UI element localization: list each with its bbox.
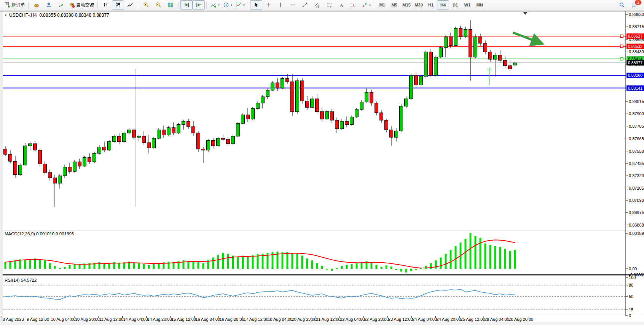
tf-m5-label: M5 <box>391 3 397 7</box>
arrows-button[interactable]: ▾ <box>360 0 372 10</box>
community-icon <box>46 2 52 8</box>
svg-text:0.88532: 0.88532 <box>628 44 642 49</box>
tf-m15-button[interactable]: M15 <box>400 0 413 10</box>
svg-text:22 Aug 04:00: 22 Aug 04:00 <box>340 317 365 322</box>
bar-chart-icon <box>103 2 109 8</box>
toolbar-group <box>140 0 177 10</box>
auto-scroll-icon <box>183 2 190 8</box>
signals-button[interactable] <box>55 0 67 10</box>
svg-text:80: 80 <box>629 283 633 287</box>
svg-text:9 Aug 12:00: 9 Aug 12:00 <box>27 317 49 322</box>
dropdown-arrow-icon[interactable]: ▾ <box>369 3 371 7</box>
periods-button[interactable]: ▾ <box>221 0 234 10</box>
svg-text:28 Aug 04:00: 28 Aug 04:00 <box>485 317 509 322</box>
label-button[interactable]: T <box>348 0 360 10</box>
text-button[interactable]: A <box>335 0 348 10</box>
autotrading-label: 自动交易 <box>76 2 94 8</box>
svg-text:0.88715: 0.88715 <box>629 24 644 29</box>
price-level-label: 0.88260 <box>626 73 644 78</box>
svg-text:A: A <box>340 3 343 8</box>
svg-text:14 Aug 04:00: 14 Aug 04:00 <box>123 317 148 322</box>
dropdown-arrow-icon[interactable]: ▾ <box>218 3 220 7</box>
community-button[interactable] <box>43 0 55 10</box>
tf-h1-button[interactable]: H1 <box>425 0 437 10</box>
svg-text:15 Aug 12:00: 15 Aug 12:00 <box>171 317 196 322</box>
svg-text:15: 15 <box>629 308 633 312</box>
chart-left-margin <box>0 11 3 322</box>
svg-text:50: 50 <box>629 294 633 299</box>
line-chart-button[interactable] <box>124 0 136 10</box>
tf-m30-button[interactable]: M30 <box>413 0 425 10</box>
new-order-label: 新订单 <box>11 2 25 8</box>
autotrading-icon <box>69 2 75 8</box>
svg-text:14 Aug 20:00: 14 Aug 20:00 <box>147 317 172 322</box>
chart-ohlc-readout: 0.88355 0.88388 0.88348 0.88377 <box>39 13 109 18</box>
toolbar-separator <box>178 2 179 9</box>
chart-canvas[interactable]: 0.888300.887150.885950.884800.883600.882… <box>0 11 644 322</box>
tf-w1-button[interactable]: W1 <box>461 0 473 10</box>
svg-text:0.87320: 0.87320 <box>629 173 644 178</box>
crosshair-button[interactable] <box>262 0 274 10</box>
gold-ornament-button[interactable] <box>30 0 43 10</box>
search-button[interactable] <box>616 0 628 10</box>
bar-chart-button[interactable] <box>100 0 112 10</box>
toolbar-separator <box>206 2 207 9</box>
candlestick-chart-button[interactable] <box>112 0 124 10</box>
tf-m1-button[interactable]: M1 <box>376 0 388 10</box>
level-endpoint-marker[interactable] <box>620 35 623 38</box>
svg-text:23 Aug 12:00: 23 Aug 12:00 <box>388 317 413 322</box>
autotrading-button[interactable]: 自动交易 <box>67 0 96 10</box>
svg-text:0.00: 0.00 <box>629 266 637 271</box>
notification-badge: 1 <box>634 0 642 5</box>
chart-shift-button[interactable] <box>193 0 205 10</box>
gold-ornament-icon <box>33 2 40 8</box>
arrows-icon <box>361 2 368 8</box>
channel-button[interactable]: E <box>311 0 323 10</box>
tile-windows-icon <box>167 2 174 8</box>
auto-scroll-button[interactable] <box>180 0 193 10</box>
horizontal-line-button[interactable] <box>287 0 299 10</box>
price-level-label: 0.88377 <box>626 60 644 65</box>
level-endpoint-marker[interactable] <box>620 45 623 48</box>
svg-text:0.88830: 0.88830 <box>629 12 644 17</box>
toolbar-separator <box>374 2 375 9</box>
vertical-line-button[interactable] <box>274 0 287 10</box>
chat-button[interactable]: 1 <box>628 0 640 10</box>
trendline-icon <box>302 2 308 8</box>
tf-m5-button[interactable]: M5 <box>388 0 400 10</box>
tf-h4-button[interactable]: H4 <box>437 0 449 10</box>
price-level-label: 0.88627 <box>626 33 644 39</box>
tile-windows-button[interactable] <box>164 0 177 10</box>
zoom-out-icon <box>155 2 162 8</box>
cursor-button[interactable] <box>250 0 262 10</box>
templates-icon <box>235 2 242 8</box>
svg-text:0.00189: 0.00189 <box>629 231 644 236</box>
svg-text:0.87205: 0.87205 <box>629 186 644 190</box>
chart-window[interactable]: 0.888300.887150.885950.884800.883600.882… <box>0 11 644 322</box>
indicators-button[interactable]: ▾ <box>209 0 221 10</box>
tf-m15-label: M15 <box>402 3 410 7</box>
svg-text:E: E <box>318 6 320 8</box>
tf-d1-button[interactable]: D1 <box>449 0 461 10</box>
svg-text:0.86860: 0.86860 <box>629 223 644 227</box>
fibonacci-button[interactable]: F <box>323 0 335 10</box>
crosshair-icon <box>265 2 272 8</box>
dropdown-arrow-icon[interactable]: ▾ <box>243 3 245 7</box>
templates-button[interactable]: ▾ <box>234 0 246 10</box>
zoom-in-button[interactable] <box>140 0 152 10</box>
level-endpoint-marker[interactable] <box>620 57 623 60</box>
dropdown-arrow-icon[interactable]: ▾ <box>231 3 232 7</box>
chart-window-top-border <box>0 11 644 11</box>
chart-context-arrow-icon[interactable]: ▼ <box>4 14 7 17</box>
trendline-button[interactable] <box>299 0 311 10</box>
zoom-out-button[interactable] <box>152 0 164 10</box>
svg-text:0: 0 <box>629 313 631 318</box>
svg-text:21 Aug 12:00: 21 Aug 12:00 <box>316 317 341 322</box>
periods-icon <box>223 2 229 8</box>
svg-text:0.87435: 0.87435 <box>629 161 644 166</box>
channel-icon: E <box>314 2 320 8</box>
svg-text:24 Aug 04:00: 24 Aug 04:00 <box>412 317 437 322</box>
new-order-button[interactable]: 新订单 <box>2 0 27 10</box>
tf-mn-button[interactable]: MN <box>473 0 486 10</box>
toolbar-separator <box>248 2 249 9</box>
